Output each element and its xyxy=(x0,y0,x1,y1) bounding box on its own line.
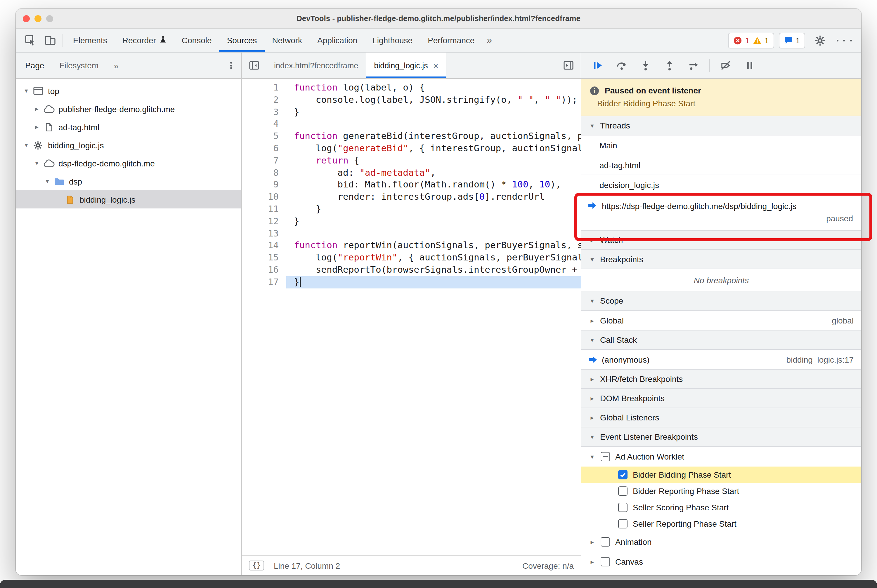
code-line-6[interactable]: 6 log("generateBid", { interestGroup, au… xyxy=(242,142,581,155)
line-number[interactable]: 6 xyxy=(242,142,286,155)
code-line-10[interactable]: 10 render: interestGroup.ads[0].renderUr… xyxy=(242,191,581,203)
devtools-tab-console[interactable]: Console xyxy=(174,28,220,52)
elb-group-animation[interactable]: ▸Animation xyxy=(581,532,861,552)
code-line-5[interactable]: 5function generateBid(interestGroup, auc… xyxy=(242,130,581,142)
scope-global-row[interactable]: ▸ Global global xyxy=(581,310,861,330)
line-number[interactable]: 7 xyxy=(242,155,286,167)
step-button[interactable] xyxy=(683,57,704,74)
global-listeners-section-header[interactable]: ▸ Global Listeners xyxy=(581,408,861,428)
navigator-tab-filesystem[interactable]: Filesystem xyxy=(59,61,98,70)
chevron-right-icon[interactable]: ▸ xyxy=(589,538,596,546)
paused-thread-row[interactable]: https://dsp-fledge-demo.glitch.me/dsp/bi… xyxy=(581,195,861,231)
chevron-down-icon[interactable]: ▾ xyxy=(32,159,42,167)
line-number[interactable]: 11 xyxy=(242,203,286,216)
code-line-9[interactable]: 9 bid: Math.floor(Math.random() * 100, 1… xyxy=(242,179,581,191)
devtools-tab-application[interactable]: Application xyxy=(310,28,365,52)
inspect-element-button[interactable] xyxy=(20,32,40,49)
pretty-print-button[interactable]: {} xyxy=(249,561,265,570)
editor-tab-index-html-fencedframe[interactable]: index.html?fencedframe xyxy=(266,52,366,78)
close-window-button[interactable] xyxy=(23,15,30,22)
line-number[interactable]: 15 xyxy=(242,252,286,264)
tree-item-dsp[interactable]: ▾dsp xyxy=(16,172,241,190)
settings-gear-button[interactable] xyxy=(810,32,830,49)
line-number[interactable]: 5 xyxy=(242,130,286,142)
elb-item-bidder-reporting-phase-start[interactable]: Bidder Reporting Phase Start xyxy=(581,483,861,499)
line-number[interactable]: 2 xyxy=(242,94,286,106)
chevron-down-icon[interactable]: ▾ xyxy=(22,87,31,94)
seller-scoring-phase-start-checkbox[interactable] xyxy=(618,503,627,512)
devtools-tab-lighthouse[interactable]: Lighthouse xyxy=(365,28,420,52)
devtools-tab-performance[interactable]: Performance xyxy=(420,28,482,52)
bidder-reporting-phase-start-checkbox[interactable] xyxy=(618,486,627,496)
thread-item-decision-logic-js[interactable]: decision_logic.js xyxy=(581,175,861,195)
devtools-tab-elements[interactable]: Elements xyxy=(65,28,115,52)
chevron-right-icon[interactable]: ▸ xyxy=(32,105,42,113)
bidder-bidding-phase-start-checkbox[interactable] xyxy=(618,470,627,479)
line-number[interactable]: 4 xyxy=(242,118,286,130)
line-number[interactable]: 1 xyxy=(242,82,286,94)
step-into-button[interactable] xyxy=(635,57,656,74)
tree-item-top[interactable]: ▾top xyxy=(16,82,241,100)
tree-item-dsp-fledge-demo-glitch-me[interactable]: ▾dsp-fledge-demo.glitch.me xyxy=(16,154,241,172)
code-line-15[interactable]: 15 log("reportWin", { auctionSignals, pe… xyxy=(242,252,581,264)
tree-item-ad-tag-html[interactable]: ▸ad-tag.html xyxy=(16,118,241,136)
deactivate-breakpoints-button[interactable] xyxy=(715,57,736,74)
event-listener-breakpoints-section-header[interactable]: ▾ Event Listener Breakpoints xyxy=(581,427,861,447)
line-number[interactable]: 17 xyxy=(242,276,286,288)
device-toolbar-button[interactable] xyxy=(40,32,60,49)
code-line-3[interactable]: 3} xyxy=(242,106,581,118)
devtools-tab-recorder[interactable]: Recorder xyxy=(115,28,174,52)
line-number[interactable]: 14 xyxy=(242,240,286,252)
watch-section-header[interactable]: ▸ Watch xyxy=(581,230,861,250)
elb-group-ad-auction-worklet[interactable]: ▾Ad Auction Worklet xyxy=(581,447,861,466)
navigator-kebab-icon[interactable] xyxy=(230,61,232,70)
zoom-window-button[interactable] xyxy=(46,15,53,22)
chevron-down-icon[interactable]: ▾ xyxy=(589,453,596,460)
editor-tab-bidding-logic-js[interactable]: bidding_logic.js× xyxy=(366,52,447,78)
kebab-menu-button[interactable] xyxy=(834,32,854,49)
errors-warnings-badge[interactable]: 1 1 xyxy=(728,32,774,48)
code-line-7[interactable]: 7 return { xyxy=(242,155,581,167)
elb-item-bidder-bidding-phase-start[interactable]: Bidder Bidding Phase Start xyxy=(581,466,861,483)
thread-item-main[interactable]: Main xyxy=(581,135,861,155)
elb-group-canvas[interactable]: ▸Canvas xyxy=(581,552,861,572)
threads-section-header[interactable]: ▾ Threads xyxy=(581,116,861,135)
code-line-11[interactable]: 11 } xyxy=(242,203,581,216)
devtools-tab-sources[interactable]: Sources xyxy=(220,28,265,52)
chevron-right-icon[interactable]: ▸ xyxy=(589,558,596,566)
elb-item-seller-reporting-phase-start[interactable]: Seller Reporting Phase Start xyxy=(581,516,861,532)
navigator-tab-page[interactable]: Page xyxy=(25,61,44,70)
code-line-13[interactable]: 13 xyxy=(242,227,581,240)
resume-script-button[interactable] xyxy=(587,57,608,74)
call-stack-frame[interactable]: (anonymous) bidding_logic.js:17 xyxy=(581,350,861,370)
close-tab-icon[interactable]: × xyxy=(433,60,438,70)
code-line-2[interactable]: 2 console.log(label, JSON.stringify(o, "… xyxy=(242,94,581,106)
line-number[interactable]: 9 xyxy=(242,179,286,191)
breakpoints-section-header[interactable]: ▾ Breakpoints xyxy=(581,249,861,269)
scope-section-header[interactable]: ▾ Scope xyxy=(581,291,861,310)
code-editor[interactable]: 1function log(label, o) {2 console.log(l… xyxy=(242,79,581,555)
call-stack-section-header[interactable]: ▾ Call Stack xyxy=(581,330,861,350)
line-number[interactable]: 16 xyxy=(242,264,286,276)
navigator-more-tabs-icon[interactable]: » xyxy=(114,60,119,70)
code-line-14[interactable]: 14function reportWin(auctionSignals, per… xyxy=(242,240,581,252)
canvas-checkbox[interactable] xyxy=(601,557,610,566)
more-panels-icon[interactable]: » xyxy=(482,35,496,45)
line-number[interactable]: 10 xyxy=(242,191,286,203)
devtools-tab-network[interactable]: Network xyxy=(265,28,310,52)
toggle-debugger-sidebar-button[interactable] xyxy=(556,52,581,78)
code-line-8[interactable]: 8 ad: "ad-metadata", xyxy=(242,167,581,179)
dom-breakpoints-section-header[interactable]: ▸ DOM Breakpoints xyxy=(581,388,861,408)
line-number[interactable]: 8 xyxy=(242,167,286,179)
toggle-navigator-button[interactable] xyxy=(242,52,266,78)
animation-checkbox[interactable] xyxy=(601,537,610,546)
minimize-window-button[interactable] xyxy=(35,15,42,22)
code-line-12[interactable]: 12} xyxy=(242,216,581,228)
step-out-button[interactable] xyxy=(659,57,680,74)
step-over-button[interactable] xyxy=(611,57,632,74)
ad-auction-worklet-checkbox[interactable] xyxy=(601,452,610,461)
chevron-down-icon[interactable]: ▾ xyxy=(22,141,31,149)
thread-item-ad-tag-html[interactable]: ad-tag.html xyxy=(581,155,861,175)
code-line-16[interactable]: 16 sendReportTo(browserSignals.interestG… xyxy=(242,264,581,276)
line-number[interactable]: 3 xyxy=(242,106,286,118)
